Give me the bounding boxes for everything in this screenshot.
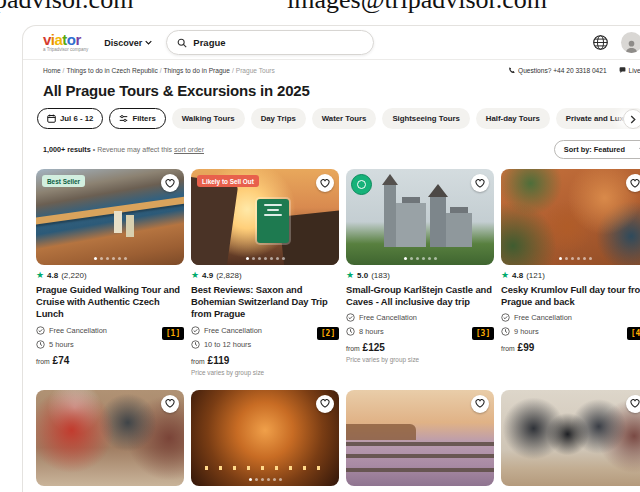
tour-card-4[interactable]: ★ 4.8 (121) Cesky Krumlov Full day tour …	[501, 169, 640, 376]
price-value: £125	[363, 342, 385, 353]
clock-icon	[501, 327, 510, 336]
chevron-down-icon	[145, 40, 152, 45]
wishlist-heart-button[interactable]	[161, 395, 179, 413]
rating-value: 4.8	[47, 271, 58, 280]
annotation-marker: [1]	[162, 327, 184, 340]
rating-row: ★ 4.8 (121)	[501, 271, 640, 280]
date-filter-label: Jul 6 - 12	[60, 114, 93, 123]
heart-icon	[165, 399, 175, 408]
search-icon	[177, 38, 187, 48]
live-chat[interactable]: Live chat	[619, 67, 640, 74]
check-circle-icon	[346, 313, 355, 322]
price-row: from £119	[191, 355, 339, 366]
star-icon: ★	[346, 271, 354, 280]
travelers-choice-badge	[351, 174, 372, 195]
tour-title[interactable]: Small-Group Karlštejn Castle and Caves -…	[346, 284, 494, 308]
results-row: 1,000+ results • Revenue may affect this…	[43, 140, 640, 159]
logo-tagline: a Tripadvisor company	[43, 48, 88, 53]
carousel-dots[interactable]	[36, 257, 184, 260]
tour-card-7[interactable]: ★ 4.9 (810) Discover Prague Private Tour…	[346, 390, 494, 492]
tour-photo-cesky-krumlov[interactable]	[501, 169, 640, 265]
likely-to-sell-out-badge: Likely to Sell Out	[197, 175, 259, 187]
tour-photo-sunrise-mountains[interactable]: Likely to Sell Out	[191, 169, 339, 265]
sliders-icon	[119, 114, 128, 123]
breadcrumb-czech-republic[interactable]: Things to do in Czech Republic	[66, 67, 157, 74]
review-count: (2,220)	[61, 271, 86, 280]
carousel-dots[interactable]	[501, 257, 640, 260]
star-icon: ★	[501, 271, 509, 280]
carousel-dots[interactable]	[191, 478, 339, 481]
sort-order-link[interactable]: sort order	[174, 146, 204, 153]
chip-half-day-tours[interactable]: Half-day Tours	[476, 108, 550, 129]
wishlist-heart-button[interactable]	[471, 174, 489, 192]
calendar-icon	[47, 114, 56, 123]
chips-scroll-next-button[interactable]	[623, 109, 640, 129]
tour-card-2[interactable]: Likely to Sell Out ★ 4.9 (2,828) Best Re…	[191, 169, 339, 376]
tour-title[interactable]: Best Reviews: Saxon and Bohemian Switzer…	[191, 284, 339, 321]
tour-card-6[interactable]: ★ 4.8 (1,589) Prague 6 Courses Medieval …	[191, 390, 339, 492]
viator-logo[interactable]: viator a Tripadvisor company	[43, 32, 88, 53]
date-filter-chip[interactable]: Jul 6 - 12	[37, 108, 103, 129]
avatar	[621, 32, 640, 53]
tour-photo-prague-aerial[interactable]: Best Seller	[36, 169, 184, 265]
chip-walking-tours[interactable]: Walking Tours	[172, 108, 245, 129]
breadcrumb-prague[interactable]: Things to do in Prague	[164, 67, 230, 74]
wishlist-heart-button[interactable]	[626, 395, 640, 413]
review-count: (121)	[526, 271, 545, 280]
price-value: £99	[518, 342, 535, 353]
wishlist-heart-button[interactable]	[161, 174, 179, 192]
carousel-dots[interactable]	[346, 257, 494, 260]
account-menu[interactable]	[621, 32, 640, 53]
wishlist-heart-button[interactable]	[316, 174, 334, 192]
tour-card-5[interactable]: ★ 5.0 (471) Award-Winning Prague Evening…	[36, 390, 184, 492]
chip-sightseeing-tours[interactable]: Sightseeing Tours	[382, 108, 469, 129]
search-input[interactable]: Prague	[166, 30, 374, 55]
price-value: £74	[53, 355, 70, 366]
star-icon: ★	[191, 271, 199, 280]
filter-chips-row: Jul 6 - 12 Filters Walking Tours Day Tri…	[37, 108, 640, 131]
tour-card-grid: Best Seller ★ 4.8 (2,220) Prague Guided …	[36, 169, 640, 492]
tour-title[interactable]: Cesky Krumlov Full day tour from Prague …	[501, 284, 640, 308]
phone-icon	[508, 67, 515, 74]
filters-chip-label: Filters	[132, 114, 155, 123]
clock-icon	[191, 340, 200, 349]
wishlist-heart-button[interactable]	[316, 395, 334, 413]
check-circle-icon	[36, 326, 45, 335]
user-icon	[624, 38, 639, 53]
annotation-marker: [3]	[472, 327, 494, 340]
chip-water-tours[interactable]: Water Tours	[312, 108, 377, 129]
revenue-note: Revenue may affect this	[97, 146, 174, 153]
globe-language-icon[interactable]	[592, 34, 609, 51]
wishlist-heart-button[interactable]	[471, 395, 489, 413]
live-chat-label: Live chat	[629, 67, 640, 74]
sort-by-label: Sort by: Featured	[564, 145, 625, 154]
tour-photo-friends-dinner[interactable]	[501, 390, 640, 486]
tour-title[interactable]: Prague Guided Walking Tour and Cruise wi…	[36, 284, 184, 321]
tour-photo-food-tour-group[interactable]	[36, 390, 184, 486]
tour-card-8[interactable]: ★ 5.0 (1,579) Prague Eat, Sip and Make N…	[501, 390, 640, 492]
tour-photo-prague-bridges-sunset[interactable]	[346, 390, 494, 486]
viator-page: viator a Tripadvisor company Discover Pr…	[22, 25, 640, 492]
phone-support[interactable]: Questions? +44 20 3318 0421	[508, 67, 607, 74]
tour-photo-medieval-tavern[interactable]	[191, 390, 339, 486]
duration-value: 5 hours	[49, 340, 74, 349]
results-count: 1,000+ results	[43, 145, 91, 154]
review-count: (183)	[371, 271, 390, 280]
tour-photo-karlstejn-castle[interactable]	[346, 169, 494, 265]
tour-card-1[interactable]: Best Seller ★ 4.8 (2,220) Prague Guided …	[36, 169, 184, 376]
duration-row: 9 hours	[501, 327, 640, 336]
tour-card-3[interactable]: ★ 5.0 (183) Small-Group Karlštejn Castle…	[346, 169, 494, 376]
breadcrumb-home[interactable]: Home	[43, 67, 61, 74]
heart-icon	[320, 179, 330, 188]
search-value: Prague	[193, 37, 225, 48]
filters-chip[interactable]: Filters	[109, 108, 165, 129]
chip-day-trips[interactable]: Day Trips	[251, 108, 306, 129]
duration-value: 10 to 12 hours	[204, 340, 251, 349]
breadcrumb: Home/Things to do in Czech Republic/Thin…	[43, 67, 275, 74]
carousel-dots[interactable]	[191, 257, 339, 260]
sort-by-select[interactable]: Sort by: Featured	[554, 140, 640, 159]
discover-menu[interactable]: Discover	[104, 38, 152, 48]
page-title: All Prague Tours & Excursions in 2025	[43, 82, 640, 99]
wishlist-heart-button[interactable]	[626, 174, 640, 192]
rating-value: 5.0	[357, 271, 368, 280]
